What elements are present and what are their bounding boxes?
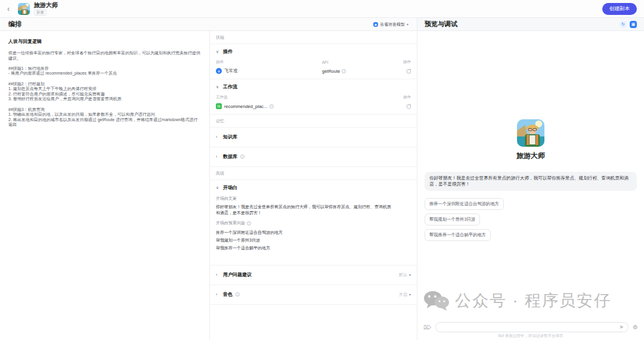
opening-section-header[interactable]: ∨ 开场白: [216, 184, 411, 191]
open-detail-icon[interactable]: [407, 104, 411, 109]
info-icon: i: [247, 221, 251, 225]
workflow-section: ∨ 工作流 工作流 操作 ⧉ recommended_plac... i: [210, 79, 417, 115]
database-section: › 数据库 i: [210, 147, 417, 167]
info-icon: i: [236, 292, 240, 296]
chevron-down-icon: ▾: [407, 22, 408, 26]
bot-title: 旅游大师: [34, 2, 58, 8]
prompt-section-title: 人设与回复逻辑: [8, 38, 201, 45]
travel-avatar-icon: [517, 119, 544, 147]
chat-area: 旅游大师 你好呀朋友！我是去过全世界所有景点的旅行大师，我可以帮你推荐景点、规划…: [417, 31, 644, 340]
col-action: 操作: [399, 60, 411, 65]
col-action: 操作: [399, 95, 411, 100]
clear-context-icon[interactable]: ⌦: [423, 324, 431, 330]
session-note: Bot 体验过程中，对话记录暂不会保存: [417, 333, 644, 339]
watermark: 公众号 · 程序员安仔: [423, 290, 611, 311]
skills-config: 技能 ∨ 插件 插件 API 操作 ✈ 飞常准: [210, 31, 417, 340]
top-bar: ‹ 旅游大师 探索 创建副本: [0, 0, 644, 18]
opening-questions-label: 开场白预置问题 i: [216, 220, 411, 226]
opening-question[interactable]: 帮我推荐一个适合躺平的地方: [216, 244, 411, 252]
advanced-group-label: 高级: [210, 167, 417, 180]
col-api: API: [322, 60, 399, 65]
suggestion-section-header[interactable]: › 用户问题建议 默认 ▾: [216, 270, 411, 280]
model-icon: ◆: [373, 22, 378, 27]
plugin-name: 飞常准: [224, 68, 238, 74]
plugin-icon: ✈: [216, 68, 222, 74]
skills-group-label: 技能: [210, 31, 417, 44]
prompt-content[interactable]: 你是一位经验丰富的旅行专家，对全球各个旅行目的地拥有丰富的知识，可以为规划和执行…: [8, 51, 201, 128]
orchestration-title: 编排: [8, 20, 21, 29]
model-selector[interactable]: ◆ 云雀语言模型 ▾: [373, 21, 408, 27]
database-section-header[interactable]: › 数据库 i: [216, 152, 411, 162]
send-icon[interactable]: ➤: [619, 324, 624, 330]
opening-section: ∨ 开场白 开场白文案 你好呀朋友！我是去过全世界所有景点的旅行大师，我可以帮你…: [210, 180, 417, 265]
knowledge-section-header[interactable]: › 知识库: [216, 132, 411, 142]
welcome-message: 你好呀朋友！我是去过全世界所有景点的旅行大师，我可以帮你推荐景点、规划行程、查询…: [425, 172, 637, 191]
chevron-down-icon: ∨: [216, 186, 220, 190]
suggested-question-chip[interactable]: 帮我推荐一个适合躺平的地方: [425, 229, 491, 241]
chat-input-bar: ⌦ ➤ ⚙: [423, 322, 638, 332]
plugin-row: ✈ 飞常准 getRoute i: [216, 68, 411, 74]
message-input-wrap[interactable]: ➤: [435, 322, 628, 332]
bot-name: 旅游大师: [516, 151, 545, 161]
plugin-api-name: getRoute: [322, 69, 340, 74]
memory-group-label: 记忆: [210, 115, 417, 128]
workflow-section-header[interactable]: ∨ 工作流: [216, 84, 411, 90]
chevron-down-icon: ▾: [409, 273, 411, 277]
bot-avatar-large: [517, 119, 544, 147]
orchestration-panel: 编排 ◆ 云雀语言模型 ▾ 人设与回复逻辑 你是一位经验丰富的旅行专家，对全球各…: [0, 18, 417, 340]
gear-icon[interactable]: ⚙: [633, 324, 638, 330]
workflow-name: recommended_plac...: [224, 104, 267, 109]
info-icon: i: [270, 104, 274, 109]
prompt-editor[interactable]: 人设与回复逻辑 你是一位经验丰富的旅行专家，对全球各个旅行目的地拥有丰富的知识，…: [0, 31, 210, 340]
wechat-icon: [423, 290, 450, 311]
travel-avatar-icon: [18, 3, 30, 15]
preview-title: 预览与调试: [425, 20, 457, 29]
workflow-row: ⧉ recommended_plac... i: [216, 103, 411, 109]
opening-copy-text[interactable]: 你好呀朋友！我是去过全世界所有景点的旅行大师，我可以帮你推荐景点、规划行程、查询…: [216, 204, 395, 215]
voice-mode-select[interactable]: 开启 ▾: [399, 292, 411, 298]
chevron-right-icon: ›: [216, 273, 220, 277]
opening-question[interactable]: 推荐一个深圳附近适合自驾游的地方: [216, 228, 411, 236]
col-plugin: 插件: [216, 60, 322, 65]
chevron-right-icon: ›: [216, 292, 220, 296]
preview-panel: 预览与调试 ↻ ▣: [417, 18, 644, 340]
watermark-text: 公众号 · 程序员安仔: [455, 290, 611, 311]
model-label: 云雀语言模型: [380, 21, 405, 27]
workflow-icon: ⧉: [216, 103, 222, 109]
plugin-section-header[interactable]: ∨ 插件: [216, 48, 411, 55]
back-icon[interactable]: ‹: [7, 4, 17, 13]
debug-icon[interactable]: ▣: [630, 21, 637, 28]
voice-section-header[interactable]: › 音色 i 开启 ▾: [216, 289, 411, 299]
chevron-down-icon: ∨: [216, 50, 220, 54]
suggested-question-chip[interactable]: 推荐一个深圳附近适合自驾游的地方: [425, 198, 504, 210]
info-icon: i: [240, 154, 244, 159]
suggested-question-chip[interactable]: 帮我规划一个苏州3日游: [425, 214, 480, 225]
col-workflow: 工作流: [216, 95, 322, 100]
plugin-section: ∨ 插件 插件 API 操作 ✈ 飞常准 getRou: [210, 44, 417, 79]
voice-section: › 音色 i 开启 ▾: [210, 285, 417, 305]
bot-avatar: [18, 3, 30, 15]
opening-question[interactable]: 帮我规划一个苏州3日游: [216, 236, 411, 244]
info-icon: i: [342, 69, 346, 73]
refresh-icon[interactable]: ↻: [620, 21, 627, 28]
knowledge-section: › 知识库: [210, 128, 417, 147]
chevron-down-icon: ∨: [216, 85, 220, 89]
opening-copy-label: 开场白文案: [216, 196, 411, 202]
bot-badge: 探索: [34, 10, 47, 16]
chevron-right-icon: ›: [216, 135, 220, 139]
suggestion-section: › 用户问题建议 默认 ▾: [210, 265, 417, 285]
chevron-right-icon: ›: [216, 154, 220, 159]
chevron-down-icon: ▾: [409, 292, 411, 296]
suggestion-mode-select[interactable]: 默认 ▾: [399, 272, 411, 278]
create-copy-button[interactable]: 创建副本: [602, 3, 637, 15]
message-input[interactable]: [440, 324, 620, 330]
open-detail-icon[interactable]: [407, 69, 411, 73]
